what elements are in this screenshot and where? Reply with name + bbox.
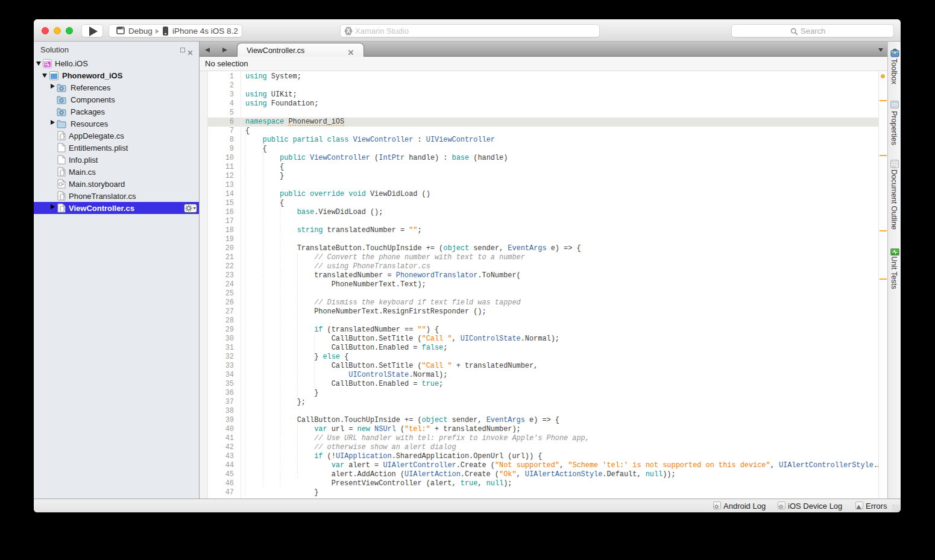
svg-text:{}: {} xyxy=(59,170,66,176)
svg-text:{}: {} xyxy=(59,134,66,140)
svg-text:{}: {} xyxy=(59,194,66,200)
svg-text:X: X xyxy=(346,28,350,34)
svg-text:{}: {} xyxy=(59,206,66,212)
